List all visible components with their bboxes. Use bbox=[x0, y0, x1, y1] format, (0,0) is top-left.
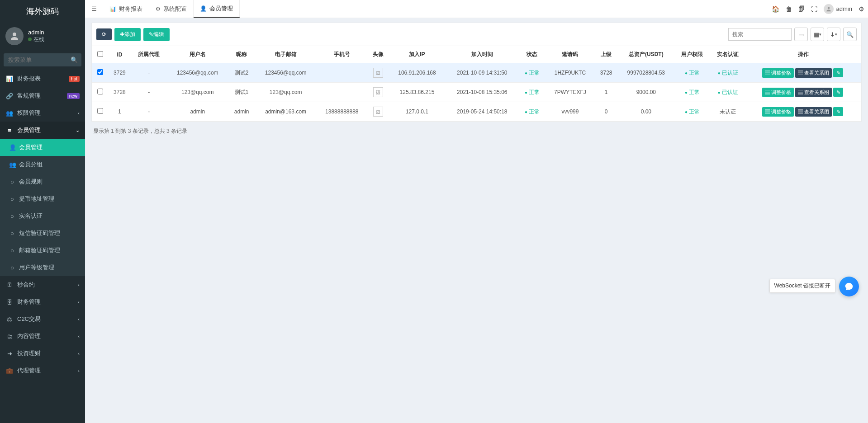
row-checkbox[interactable] bbox=[97, 108, 103, 114]
menu-icon: 💼 bbox=[5, 367, 14, 374]
sidebar-item-会员管理[interactable]: ≡会员管理⌄ bbox=[0, 122, 85, 139]
sidebar-subitem-提币地址管理[interactable]: ○提币地址管理 bbox=[0, 190, 85, 207]
cell: 123456@qq.com bbox=[167, 63, 228, 83]
edit-button[interactable]: ✎ 编辑 bbox=[143, 28, 170, 41]
trash-icon[interactable]: 🗑 bbox=[786, 5, 792, 13]
websocket-tip: WebSocket 链接已断开 bbox=[769, 279, 835, 293]
sidebar-subitem-label: 会员规则 bbox=[19, 178, 43, 186]
tab-财务报表[interactable]: 📊财务报表 bbox=[103, 0, 149, 18]
verify-badge: 未认证 bbox=[720, 108, 736, 115]
verify-badge: 已认证 bbox=[718, 89, 738, 95]
view-list-icon[interactable]: ▭ bbox=[794, 28, 808, 41]
cell bbox=[317, 83, 367, 102]
menu-icon: 👥 bbox=[5, 110, 14, 117]
sidebar-item-财务管理[interactable]: 🗄财务管理‹ bbox=[0, 293, 85, 310]
cell: 2021-10-08 15:35:06 bbox=[446, 83, 519, 102]
topbar: ☰ 📊财务报表⚙系统配置👤会员管理 🏠 🗑 🗐 ⛶ admin ⚙ bbox=[85, 0, 868, 18]
copy-icon[interactable]: 🗐 bbox=[798, 5, 805, 13]
col-header: 总资产(USDT) bbox=[618, 46, 674, 63]
topbar-user[interactable]: admin bbox=[824, 4, 852, 14]
refresh-button[interactable]: ⟳ bbox=[96, 28, 112, 40]
row-edit-button[interactable]: ✎ bbox=[833, 107, 843, 116]
tab-icon: 📊 bbox=[109, 6, 116, 12]
tab-label: 会员管理 bbox=[209, 5, 233, 13]
fullscreen-icon[interactable]: ⛶ bbox=[811, 5, 817, 13]
cell: 2021-10-09 14:31:50 bbox=[446, 63, 519, 83]
tab-会员管理[interactable]: 👤会员管理 bbox=[194, 0, 240, 18]
chat-bubble-button[interactable] bbox=[839, 277, 859, 296]
sidebar-item-秒合约[interactable]: 🗓秒合约‹ bbox=[0, 276, 85, 293]
hamburger-icon[interactable]: ☰ bbox=[85, 0, 103, 18]
cell: 3728 bbox=[595, 63, 618, 83]
row-checkbox[interactable] bbox=[97, 69, 103, 75]
cell: 正常 bbox=[519, 102, 545, 122]
sidebar-item-label: 常规管理 bbox=[17, 92, 41, 100]
sidebar-subitem-邮箱验证码管理[interactable]: ○邮箱验证码管理 bbox=[0, 242, 85, 259]
cell: 0 bbox=[595, 102, 618, 122]
row-edit-button[interactable]: ✎ bbox=[833, 88, 843, 97]
topbar-username: admin bbox=[836, 5, 852, 12]
sidebar-menu: 📊财务报表hot🔗常规管理new👥权限管理‹≡会员管理⌄👤会员管理👥会员分组○会… bbox=[0, 70, 85, 379]
submenu-icon: ○ bbox=[9, 264, 15, 271]
sidebar-item-常规管理[interactable]: 🔗常规管理new bbox=[0, 87, 85, 104]
select-all-checkbox[interactable] bbox=[97, 51, 103, 57]
cell: 1 bbox=[595, 83, 618, 102]
cell: 正常 bbox=[674, 83, 710, 102]
svg-point-1 bbox=[827, 7, 830, 9]
sidebar-item-C2C交易[interactable]: ⚖C2C交易‹ bbox=[0, 310, 85, 328]
cell: 正常 bbox=[519, 63, 545, 83]
top-tabs: 📊财务报表⚙系统配置👤会员管理 bbox=[103, 0, 240, 18]
sidebar-subitem-会员规则[interactable]: ○会员规则 bbox=[0, 173, 85, 190]
sidebar-subitem-会员分组[interactable]: 👥会员分组 bbox=[0, 156, 85, 173]
home-icon[interactable]: 🏠 bbox=[772, 5, 779, 13]
chevron-icon: ‹ bbox=[78, 368, 80, 373]
sidebar-search-input[interactable] bbox=[4, 53, 81, 66]
search-button[interactable]: 🔍 bbox=[843, 28, 857, 41]
submenu-icon: ○ bbox=[9, 196, 15, 202]
table-row: 3729-123456@qq.com测试2123456@qq.com106.91… bbox=[92, 63, 861, 83]
add-button[interactable]: ✚ 添加 bbox=[114, 28, 141, 41]
cell bbox=[367, 63, 389, 83]
row-checkbox[interactable] bbox=[97, 89, 103, 94]
view-grid-icon[interactable]: ▦ bbox=[811, 28, 824, 41]
status-badge: 正常 bbox=[525, 108, 540, 115]
col-header: ID bbox=[108, 46, 131, 63]
sidebar-item-代理管理[interactable]: 💼代理管理‹ bbox=[0, 362, 85, 379]
sidebar-subitem-短信验证码管理[interactable]: ○短信验证码管理 bbox=[0, 225, 85, 242]
adjust-price-button[interactable]: ▤ 调整价格 bbox=[762, 88, 794, 97]
search-icon[interactable]: 🔍 bbox=[71, 56, 78, 63]
sidebar-item-投资理财[interactable]: ➜投资理财‹ bbox=[0, 345, 85, 362]
main-panel: ⟳ ✚ 添加 ✎ 编辑 ▭ ▦ ⬇ 🔍 ID所属代理用户名昵称电子邮 bbox=[91, 23, 862, 122]
sidebar-subitem-实名认证[interactable]: ○实名认证 bbox=[0, 207, 85, 225]
view-relation-button[interactable]: ▤ 查看关系图 bbox=[795, 107, 832, 117]
sidebar-subitem-label: 邮箱验证码管理 bbox=[19, 246, 60, 254]
gear-icon[interactable]: ⚙ bbox=[859, 5, 864, 13]
view-relation-button[interactable]: ▤ 查看关系图 bbox=[795, 88, 832, 97]
cell: 3729 bbox=[108, 63, 131, 83]
table-search-input[interactable] bbox=[728, 28, 792, 41]
sidebar-item-权限管理[interactable]: 👥权限管理‹ bbox=[0, 104, 85, 122]
chevron-icon: ‹ bbox=[78, 351, 80, 356]
status-badge: 正常 bbox=[525, 89, 540, 95]
cell bbox=[92, 63, 108, 83]
menu-icon: 📊 bbox=[5, 75, 14, 82]
cell bbox=[367, 102, 389, 122]
cell bbox=[367, 83, 389, 102]
row-edit-button[interactable]: ✎ bbox=[833, 68, 843, 77]
export-icon[interactable]: ⬇ bbox=[827, 28, 840, 41]
sidebar-subitem-会员管理[interactable]: 👤会员管理 bbox=[0, 139, 85, 156]
perm-badge: 正常 bbox=[685, 108, 700, 115]
sidebar-item-财务报表[interactable]: 📊财务报表hot bbox=[0, 70, 85, 87]
cell: 正常 bbox=[519, 83, 545, 102]
sidebar-item-内容管理[interactable]: 🗂内容管理‹ bbox=[0, 328, 85, 345]
adjust-price-button[interactable]: ▤ 调整价格 bbox=[762, 107, 794, 117]
sidebar-subitem-label: 提币地址管理 bbox=[19, 195, 54, 203]
tab-系统配置[interactable]: ⚙系统配置 bbox=[149, 0, 194, 18]
cell: 1HZF9UKTC bbox=[545, 63, 595, 83]
submenu-icon: ○ bbox=[9, 179, 15, 185]
view-relation-button[interactable]: ▤ 查看关系图 bbox=[795, 68, 832, 78]
menu-icon: 🔗 bbox=[5, 93, 14, 99]
adjust-price-button[interactable]: ▤ 调整价格 bbox=[762, 68, 794, 78]
sidebar-subitem-用户等级管理[interactable]: ○用户等级管理 bbox=[0, 259, 85, 276]
submenu-icon: ○ bbox=[9, 213, 15, 220]
